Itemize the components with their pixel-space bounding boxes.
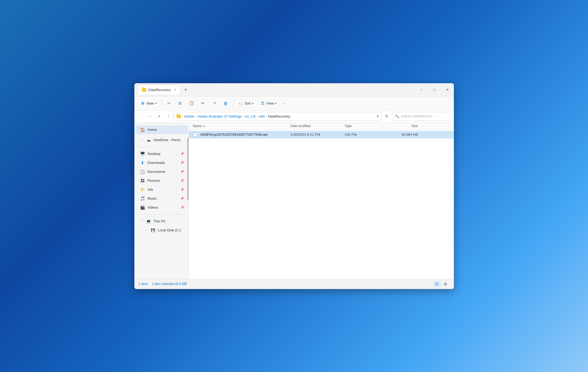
sidebar-scrollbar-thumb[interactable] [187,138,189,200]
sidebar-item-onedrive[interactable]: › ☁ OneDrive - Perso [136,136,187,144]
col-header-size[interactable]: Size [385,124,418,128]
this-pc-icon: 💻 [146,219,151,224]
new-label: New [147,101,154,105]
more-button[interactable]: ··· [280,100,289,107]
new-tab-button[interactable]: + [181,85,190,94]
nav-bar: ← → ▾ ↑ › Adobe › Adobe Illustrator 27 S… [135,111,454,122]
sidebar-item-this-pc[interactable]: › 💻 This PC [136,217,187,226]
breadcrumb-bar[interactable]: › Adobe › Adobe Illustrator 27 Settings … [174,112,382,121]
sidebar-item-pictures[interactable]: 🖼 Pictures 📌 [136,176,187,185]
tab-label: DataRecovery [148,88,171,92]
file-list: AIDBTemp16751057681609770477648.aid 1/30… [189,130,454,279]
paste-icon: 📋 [189,101,194,106]
sidebar-home-label: Home [148,128,184,132]
breadcrumb-adobe[interactable]: Adobe [184,114,194,118]
col-size-label: Size [411,124,418,128]
sort-button[interactable]: ↑↓ Sort ▾ [236,99,256,107]
explorer-window: DataRecovery ✕ + − □ ✕ ⊕ New ▾ ✂ ⧉ 📋 ✏ [134,83,454,289]
sidebar: 🏠 Home › ☁ OneDrive - Perso 🖥️ Desktop 📌 [135,122,189,279]
search-icon: 🔍 [395,114,399,118]
breadcrumb-sep-3: › [257,114,258,118]
sidebar-item-downloads[interactable]: ⬇ Downloads 📌 [136,158,187,167]
col-header-type[interactable]: Type [345,124,385,128]
sidebar-scrollbar [187,122,189,279]
local-disk-icon: 💾 [150,228,156,233]
cut-icon: ✂ [167,101,171,106]
paste-button[interactable]: 📋 [187,99,197,107]
sort-label: Sort [245,101,251,105]
close-button[interactable]: ✕ [441,85,454,94]
rename-icon: ✏ [201,101,206,106]
sidebar-divider-1 [138,147,185,147]
table-row[interactable]: AIDBTemp16751057681609770477648.aid 1/30… [189,131,454,138]
delete-icon: 🗑 [223,101,228,106]
tab-folder-icon [142,88,146,92]
back-button[interactable]: ← [137,112,145,120]
sidebar-item-home[interactable]: 🏠 Home [136,125,187,134]
sidebar-item-job[interactable]: 📁 Job 📌 [136,185,187,194]
breadcrumb-x64[interactable]: x64 [259,114,265,118]
view-icon: ☰ [260,101,265,106]
share-icon: ↗ [212,101,217,106]
tab-close-icon[interactable]: ✕ [174,88,176,92]
refresh-button[interactable]: ↻ [383,112,391,120]
list-view-button[interactable]: ☰ [433,281,441,287]
rename-button[interactable]: ✏ [198,99,208,107]
breadcrumb-en-us[interactable]: en_US [245,114,256,118]
copy-icon: ⧉ [178,101,183,106]
col-header-date[interactable]: Date modified [291,124,345,128]
downloads-icon: ⬇ [140,160,145,166]
sidebar-local-disk-label: Local Disk (C:) [158,228,184,232]
new-chevron-icon: ▾ [155,102,157,105]
onedrive-icon: ☁ [146,137,151,143]
breadcrumb-sep-2: › [243,114,244,118]
breadcrumb-datarecovery: DataRecovery [268,114,290,118]
recent-locations-button[interactable]: ▾ [155,112,163,120]
sidebar-onedrive-label: OneDrive - Perso [154,138,184,142]
view-button[interactable]: ☰ View ▾ [257,99,279,107]
home-icon: 🏠 [140,127,145,132]
breadcrumb-folder-icon [177,115,181,118]
sidebar-item-local-disk[interactable]: › 💾 Local Disk (C:) [136,226,187,235]
file-type: AID File [345,132,385,137]
sidebar-item-videos[interactable]: 🎬 Videos 📌 [136,203,187,212]
maximize-button[interactable]: □ [428,85,441,94]
pictures-icon: 🖼 [140,178,145,183]
up-button[interactable]: ↑ [164,112,173,120]
this-pc-expand-icon: › [140,219,144,223]
sidebar-item-desktop[interactable]: 🖥️ Desktop 📌 [136,150,187,158]
grid-view-button[interactable]: ⊞ [442,281,449,287]
sidebar-item-documents[interactable]: 📋 Documents 📌 [136,167,187,176]
sidebar-quick-access: 🖥️ Desktop 📌 ⬇ Downloads 📌 📋 Documents 📌… [135,149,189,213]
sidebar-music-label: Music [148,196,178,200]
content-area: Name ▲ Date modified Type Size [189,122,454,279]
forward-button[interactable]: → [146,112,154,120]
minimize-button[interactable]: − [415,85,428,94]
downloads-pin-icon: 📌 [180,161,184,164]
new-button[interactable]: ⊕ New ▾ [138,99,159,107]
sidebar-job-label: Job [148,187,178,192]
cut-button[interactable]: ✂ [164,99,174,107]
view-chevron-icon: ▾ [275,102,277,105]
copy-button[interactable]: ⧉ [175,99,186,107]
new-icon: ⊕ [141,101,145,106]
local-disk-expand-icon: › [144,228,148,232]
sidebar-item-music[interactable]: 🎵 Music 📌 [136,194,187,203]
delete-button[interactable]: 🗑 [221,99,231,107]
desktop-icon: 🖥️ [140,151,145,157]
breadcrumb-sep-1: › [195,114,196,118]
col-header-name[interactable]: Name ▲ [193,124,291,128]
active-tab[interactable]: DataRecovery ✕ [138,85,180,95]
videos-icon: 🎬 [140,205,145,210]
breadcrumb-settings[interactable]: Adobe Illustrator 27 Settings [197,114,242,118]
sidebar-documents-label: Documents [148,170,178,174]
search-box[interactable]: 🔍 Search DataRecovery [392,112,451,121]
file-name-cell: AIDBTemp16751057681609770477648.aid [193,132,291,137]
breadcrumb-dropdown-icon[interactable]: ▾ [377,114,379,118]
job-icon: 📁 [140,187,145,192]
window-controls: − □ ✕ [415,85,454,94]
job-pin-icon: 📌 [180,188,184,191]
tab-area: DataRecovery ✕ + [138,85,415,95]
sidebar-this-pc-label: This PC [154,219,184,223]
share-button[interactable]: ↗ [209,99,220,107]
